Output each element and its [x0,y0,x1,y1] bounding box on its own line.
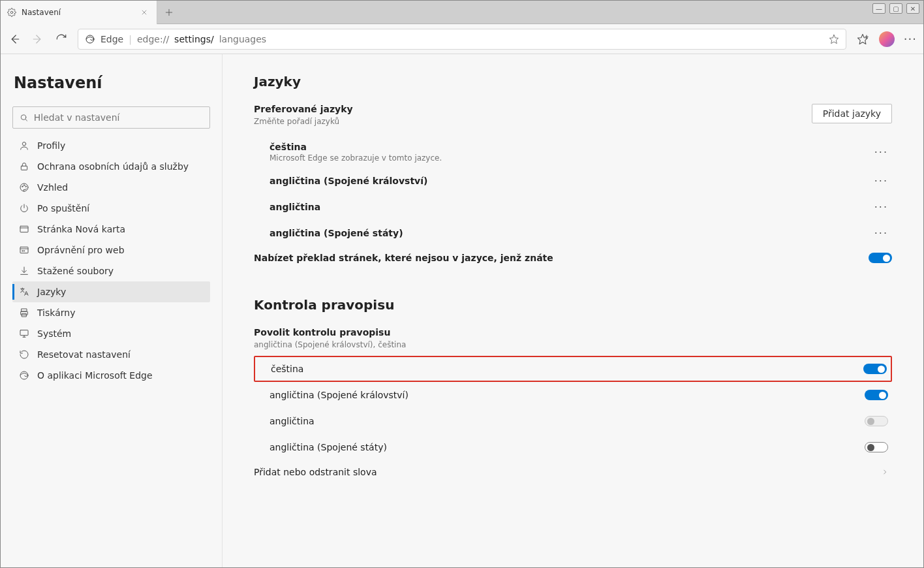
add-remove-words-row[interactable]: Přidat nebo odstranit slova [254,460,892,484]
spellcheck-row-highlighted: čeština [254,356,892,382]
maximize-button[interactable]: ▢ [889,3,902,14]
url-prefix: edge:// [137,34,169,44]
browser-tab[interactable]: Nastavení [1,1,157,24]
language-row: angličtina (Spojené království) ··· [254,168,892,194]
spellcheck-toggle[interactable] [865,390,888,400]
language-icon [19,287,29,297]
spellcheck-row: angličtina (Spojené království) [254,382,892,408]
settings-search[interactable] [12,106,210,129]
svg-line-13 [25,119,27,121]
edge-logo-icon [85,34,95,44]
close-icon[interactable] [140,8,149,17]
language-options-button[interactable]: ··· [874,146,892,159]
address-app-name: Edge [100,34,123,44]
lock-icon [19,161,29,172]
svg-point-0 [10,11,13,14]
sidebar-item-site-permissions[interactable]: Oprávnění pro web [12,240,210,260]
spellcheck-enable-subtitle: angličtina (Spojené království), čeština [254,340,406,349]
sidebar-item-reset[interactable]: Resetovat nastavení [12,344,210,365]
languages-heading: Jazyky [254,74,892,89]
profile-avatar[interactable] [879,31,895,47]
sidebar-item-appearance[interactable]: Vzhled [12,177,210,198]
svg-point-18 [23,185,25,186]
address-bar[interactable]: Edge | edge://settings/languages [78,29,846,50]
edge-icon [19,370,29,381]
settings-content: Jazyky Preferované jazyky Změňte pořadí … [223,54,923,567]
sidebar-item-profiles[interactable]: Profily [12,135,210,156]
svg-point-17 [22,186,23,187]
spellcheck-heading: Kontrola pravopisu [254,297,892,313]
download-icon [19,266,29,276]
sidebar-item-system[interactable]: Systém [12,323,210,344]
language-options-button[interactable]: ··· [874,175,892,187]
spellcheck-enable-title: Povolit kontrolu pravopisu [254,327,390,338]
sidebar-item-about[interactable]: O aplikaci Microsoft Edge [12,365,210,386]
sidebar-item-printers[interactable]: Tiskárny [12,302,210,323]
close-window-button[interactable]: ✕ [906,3,919,14]
add-languages-button[interactable]: Přidat jazyky [812,104,892,123]
svg-point-34 [20,371,28,379]
language-options-button[interactable]: ··· [874,227,892,240]
svg-marker-9 [857,34,867,44]
paint-icon [19,182,29,193]
person-icon [19,140,29,151]
toolbar: Edge | edge://settings/languages ··· [1,24,923,54]
svg-point-7 [86,35,94,43]
sidebar-item-downloads[interactable]: Stažené soubory [12,260,210,281]
more-button[interactable]: ··· [904,32,917,46]
titlebar: Nastavení — ▢ ✕ [1,1,923,24]
printer-icon [19,308,29,318]
translate-toggle-label: Nabízet překlad stránek, které nejsou v … [254,253,869,263]
svg-rect-31 [20,330,28,336]
spellcheck-toggle[interactable] [865,442,888,452]
settings-sidebar: Nastavení Profily Ochrana osobních údajů… [1,54,223,567]
url-segment: settings/ [174,34,214,44]
sidebar-item-languages[interactable]: Jazyky [12,281,210,302]
minimize-button[interactable]: — [872,3,886,14]
url-page: languages [219,34,266,44]
preferred-languages-title: Preferované jazyky [254,104,353,114]
window-controls: — ▢ ✕ [872,3,919,14]
window-icon [19,224,29,234]
spellcheck-row: angličtina [254,408,892,434]
svg-rect-20 [20,226,28,232]
svg-point-24 [22,251,23,251]
gear-icon [7,8,16,17]
forward-button[interactable] [31,32,45,46]
spellcheck-toggle[interactable] [863,364,887,374]
svg-point-14 [22,142,25,146]
svg-point-25 [23,251,24,251]
language-row: angličtina ··· [254,194,892,220]
spellcheck-row: angličtina (Spojené státy) [254,434,892,460]
spellcheck-toggle-disabled [865,416,888,426]
power-icon [19,203,29,213]
svg-rect-28 [22,309,27,311]
reset-icon [19,349,29,360]
language-options-button[interactable]: ··· [874,201,892,213]
sliders-icon [19,245,29,255]
sidebar-title: Nastavení [12,74,210,92]
svg-point-19 [25,186,27,187]
language-row: angličtina (Spojené státy) ··· [254,220,892,246]
svg-marker-8 [829,35,838,43]
search-icon [20,113,29,123]
preferred-languages-subtitle: Změňte pořadí jazyků [254,117,353,126]
sidebar-item-startup[interactable]: Po spuštění [12,198,210,219]
favorite-icon[interactable] [829,34,839,44]
sidebar-item-newtab[interactable]: Stránka Nová karta [12,219,210,240]
favorites-button[interactable] [855,32,870,46]
translate-toggle[interactable] [869,253,892,263]
monitor-icon [19,328,29,339]
language-row: češtinaMicrosoft Edge se zobrazuje v tom… [254,136,892,168]
tab-title: Nastavení [22,8,61,17]
sidebar-item-privacy[interactable]: Ochrana osobních údajů a služby [12,156,210,177]
search-input[interactable] [34,112,203,123]
refresh-button[interactable] [54,32,69,46]
new-tab-button[interactable] [157,1,181,24]
chevron-right-icon [882,467,892,477]
svg-rect-22 [20,247,28,253]
svg-rect-15 [21,166,27,170]
back-button[interactable] [7,32,22,46]
